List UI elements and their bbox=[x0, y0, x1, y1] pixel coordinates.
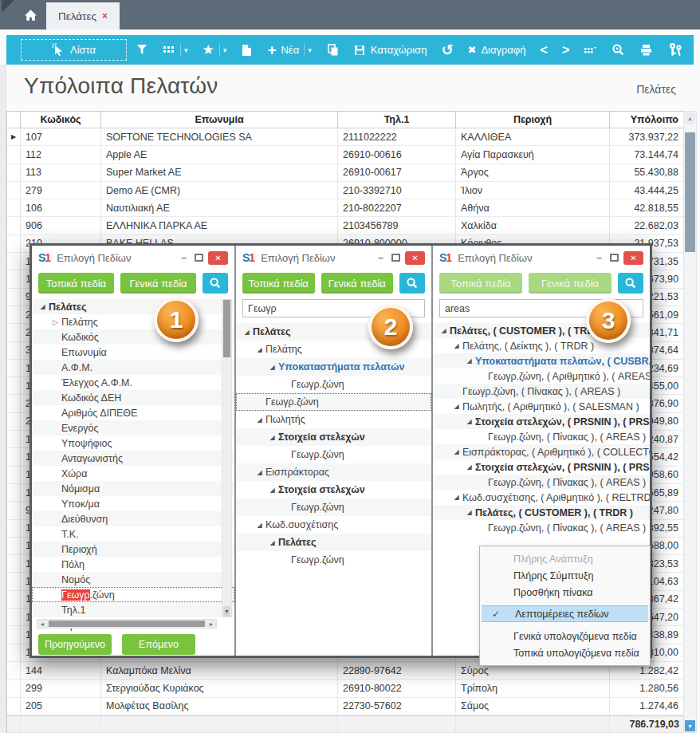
tree-node[interactable]: Στοιχεία στελεχών bbox=[236, 481, 431, 499]
tree-node[interactable]: Πόλη bbox=[32, 557, 234, 572]
tree-node[interactable]: Πωλητής bbox=[236, 411, 431, 428]
tree-node[interactable]: Τ.Κ. bbox=[32, 526, 234, 542]
tab-customers[interactable]: Πελάτες × bbox=[46, 2, 120, 30]
tree-node[interactable]: Επωνυμία bbox=[32, 345, 234, 360]
row-selector-cell[interactable] bbox=[7, 164, 21, 182]
row-selector-cell[interactable] bbox=[7, 306, 21, 324]
scrollbar-thumb[interactable] bbox=[49, 621, 205, 627]
row-selector-cell[interactable] bbox=[7, 270, 21, 288]
tree-expander-icon[interactable] bbox=[266, 487, 278, 494]
previous-record-button[interactable]: < bbox=[533, 35, 555, 65]
export-button[interactable] bbox=[234, 35, 260, 65]
tree-node[interactable]: Υποκ/μα bbox=[32, 496, 234, 511]
next-button[interactable]: Επόμενο bbox=[122, 634, 195, 655]
row-selector-cell[interactable] bbox=[7, 448, 21, 466]
local-fields-button[interactable]: Τοπικά πεδία bbox=[242, 273, 315, 294]
tree-node[interactable]: Νομός bbox=[32, 572, 234, 587]
delete-button[interactable]: ✖ Διαγραφή bbox=[460, 35, 533, 65]
dialog-titlebar[interactable]: S1 Επιλογή Πεδίων – ✕ bbox=[433, 246, 650, 270]
tree-expander-icon[interactable] bbox=[438, 327, 450, 334]
row-selector-cell[interactable] bbox=[7, 467, 21, 484]
minimize-icon[interactable]: – bbox=[593, 253, 605, 262]
tree-node[interactable]: Έλεγχος Α.Φ.Μ. bbox=[32, 375, 234, 390]
row-selector-cell[interactable] bbox=[7, 698, 21, 715]
row-selector-cell[interactable] bbox=[7, 413, 21, 431]
context-menu-item[interactable]: Πλήρης Ανάπτυξη bbox=[480, 550, 650, 567]
tree-node[interactable]: Γεωγρ.ζώνη, ( Πίνακας ), ( AREAS ) bbox=[433, 429, 650, 444]
table-row[interactable]: 113 Super Market AE 26910-00617 Άργος 55… bbox=[7, 164, 683, 182]
print-button[interactable] bbox=[632, 35, 660, 65]
tree-expander-icon[interactable] bbox=[49, 318, 61, 326]
local-fields-button[interactable]: Τοπικά πεδία bbox=[439, 273, 522, 294]
row-selector-cell[interactable] bbox=[7, 182, 21, 199]
tree-expander-icon[interactable] bbox=[254, 469, 265, 476]
tree-node[interactable]: Περιοχή bbox=[32, 542, 234, 557]
tree-expander-icon[interactable] bbox=[254, 416, 265, 424]
local-fields-button[interactable]: Τοπικά πεδία bbox=[38, 273, 114, 294]
tab-home[interactable] bbox=[14, 0, 46, 30]
row-selector-cell[interactable] bbox=[7, 502, 21, 519]
close-icon[interactable]: ✕ bbox=[208, 251, 228, 265]
tree-expander-icon[interactable] bbox=[450, 342, 462, 349]
row-selector-cell[interactable] bbox=[7, 484, 21, 502]
views-button[interactable]: ▾ bbox=[155, 35, 195, 65]
minimize-icon[interactable]: – bbox=[178, 253, 190, 262]
tree-node[interactable]: Γεωγρ.ζώνη, ( Αριθμητικό ), ( AREAS ) bbox=[433, 368, 650, 384]
column-header-phone[interactable]: Τηλ.1 bbox=[338, 112, 456, 128]
row-selector-cell[interactable] bbox=[7, 146, 21, 164]
filter-button[interactable] bbox=[128, 35, 155, 65]
tree-expander-icon[interactable] bbox=[463, 357, 475, 365]
tab-close-icon[interactable]: × bbox=[102, 11, 108, 21]
list-button[interactable]: Λίστα bbox=[21, 39, 127, 61]
scrollbar-thumb[interactable] bbox=[223, 300, 230, 357]
row-selector-cell[interactable] bbox=[7, 253, 21, 270]
tree-node[interactable]: Πελάτης bbox=[32, 314, 234, 329]
search-button[interactable] bbox=[399, 273, 425, 294]
tree-node[interactable]: Αριθμός ΔΙΠΕΘΕ bbox=[32, 405, 234, 420]
tree-node[interactable]: Πελάτες bbox=[236, 534, 431, 551]
generic-fields-button[interactable]: Γενικά πεδία bbox=[529, 273, 612, 294]
tree-expander-icon[interactable] bbox=[254, 522, 265, 529]
tree-node[interactable]: Πελάτες, ( CUSTOMER ), ( TRDR ) bbox=[433, 505, 650, 520]
tree-node[interactable]: Κωδικός ΔΕΗ bbox=[32, 390, 234, 405]
tree-node[interactable]: Γεωγρ.ζώνη bbox=[236, 499, 431, 516]
row-selector-cell[interactable] bbox=[7, 377, 21, 395]
column-header-region[interactable]: Περιοχή bbox=[456, 112, 610, 128]
tree-node[interactable]: Εισπράκτορας bbox=[236, 463, 431, 481]
context-menu-item[interactable]: Τοπικά υπολογιζόμενα πεδία bbox=[480, 644, 650, 661]
row-selector-cell[interactable] bbox=[7, 360, 21, 377]
scrollbar-thumb[interactable] bbox=[685, 132, 695, 252]
row-selector-cell[interactable] bbox=[7, 395, 21, 412]
tree-expander-icon[interactable] bbox=[450, 448, 462, 455]
generic-fields-button[interactable]: Γενικά πεδία bbox=[321, 273, 394, 294]
tree-node[interactable]: Νόμισμα bbox=[32, 481, 234, 496]
row-selector-cell[interactable] bbox=[7, 342, 21, 360]
tree-node[interactable]: Γεωγρ.ζώνη, ( Πίνακας ), ( AREAS ) bbox=[433, 384, 650, 399]
row-selector-cell[interactable] bbox=[7, 324, 21, 341]
row-selector-cell[interactable] bbox=[7, 199, 21, 217]
tree-node[interactable]: Γεωγρ.ζώνη, ( Πίνακας ), ( AREAS ) bbox=[433, 475, 650, 490]
scroll-down-icon[interactable]: ▼ bbox=[223, 606, 230, 617]
table-row[interactable]: 112 Apple AE 26910-00616 Αγία Παρασκευή … bbox=[7, 146, 683, 164]
row-selector-cell[interactable] bbox=[7, 609, 21, 626]
tree-node[interactable]: Τηλ.1 bbox=[32, 602, 234, 617]
row-selector-cell[interactable] bbox=[7, 538, 21, 555]
tree-node[interactable]: Υποκαταστήματα πελατών bbox=[236, 358, 431, 376]
tree-expander-icon[interactable] bbox=[463, 418, 475, 425]
tree-node[interactable]: Γεωγρ.ζώνη bbox=[236, 393, 431, 411]
scroll-left-icon[interactable]: ◄ bbox=[37, 621, 47, 627]
grid-vertical-scrollbar[interactable]: ▲ ▼ bbox=[683, 111, 697, 733]
tree-node[interactable]: Ανταγωνιστής bbox=[32, 451, 234, 466]
copy-button[interactable] bbox=[319, 35, 346, 65]
dialog-titlebar[interactable]: S1 Επιλογή Πεδίων – ✕ bbox=[32, 246, 234, 270]
previous-button[interactable]: Προηγούμενο bbox=[38, 634, 112, 655]
columns-button[interactable] bbox=[576, 35, 604, 65]
row-selector-cell[interactable] bbox=[7, 289, 21, 306]
save-button[interactable]: Καταχώριση bbox=[346, 35, 435, 65]
scroll-right-icon[interactable]: ► bbox=[206, 621, 216, 627]
menu-caret-icon[interactable] bbox=[2, 0, 14, 13]
row-selector-cell[interactable] bbox=[7, 555, 21, 573]
context-menu-item[interactable]: Πλήρης Σύμπτυξη bbox=[480, 567, 650, 584]
row-selector-cell[interactable] bbox=[7, 217, 21, 234]
search-button[interactable] bbox=[203, 273, 228, 294]
